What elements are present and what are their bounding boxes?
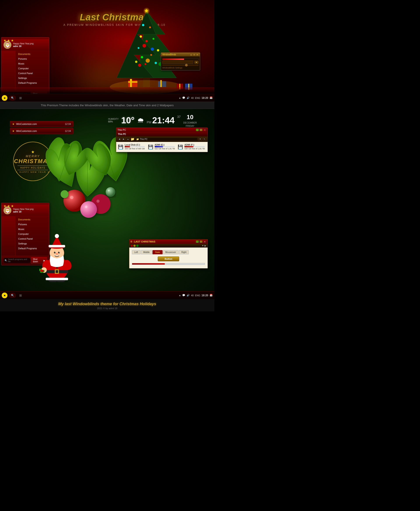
lc-title-text: 0 - LAST CHRISTMAS — [131, 240, 155, 243]
svg-point-54 — [55, 252, 56, 252]
date-weekday: FRIDAY — [183, 124, 197, 127]
tray-arrow-icon-2[interactable]: ▲ — [179, 294, 181, 296]
menu-item-controlpanel[interactable]: Control Panel — [15, 71, 49, 76]
lc-next-button[interactable]: ▶ — [204, 244, 206, 247]
date-month: DECEMBER — [183, 121, 197, 124]
lc-tab-state[interactable]: State — [152, 250, 162, 254]
mini-input[interactable] — [162, 61, 193, 64]
date-display: 10 DECEMBER FRIDAY — [183, 113, 197, 127]
nav-forward-button[interactable]: ▶ — [122, 137, 125, 141]
menu-item-settings[interactable]: Settings — [15, 76, 49, 81]
sm2-item-music[interactable]: Music — [15, 227, 49, 231]
disk-e-icon: 💾 — [148, 144, 153, 149]
taskbar-search-icon-2: 🔍 — [11, 294, 14, 297]
mini-win-min[interactable]: _ — [190, 54, 193, 56]
lc-tab-middle[interactable]: Middle — [141, 250, 152, 254]
folder-icon: 📁 — [131, 137, 134, 141]
svg-point-17 — [142, 44, 146, 48]
caption-main: My last Windowblinds theme for Christmas… — [0, 302, 214, 306]
disk-c-row: 💾 Local Disk (C:) 344 GB free of 465 GB — [118, 144, 146, 150]
this-pc-toolbar: ◀ ▶ ▲ 📁 📁 This PC ▼ ↻ — [116, 136, 208, 142]
tray-calendar-icon[interactable]: 📅 — [210, 96, 213, 99]
sm2-user-name: adm 18 — [13, 210, 33, 213]
lc-close-button[interactable]: × — [203, 240, 206, 243]
start-button-2[interactable]: ★ — [2, 293, 8, 298]
disk-e-row: 💾 ADMI (E:) 532 GB free of 1,81 TB — [148, 144, 176, 150]
lc-max-button[interactable]: □ — [200, 240, 202, 243]
menu-item-defaultprograms[interactable]: Default Programs — [15, 81, 49, 85]
mini-win-max[interactable]: □ — [193, 54, 195, 56]
menu-item-computer[interactable]: Computer — [15, 66, 49, 71]
disk-c-name: Local Disk (C:) — [125, 144, 145, 146]
svg-rect-44 — [56, 270, 58, 273]
windows-icon: ⊞ — [19, 96, 22, 100]
lc-tab-left[interactable]: Left — [132, 250, 140, 254]
start-button[interactable]: ★ — [2, 95, 8, 101]
mini-window: WindowBlinds _ □ × ▼ WindowBlinds Settin… — [161, 52, 200, 70]
nav-back-button[interactable]: ◀ — [118, 137, 121, 141]
mini-window-body: ▼ WindowBlinds Settings — [161, 56, 200, 70]
nav-up-button[interactable]: ▲ — [126, 137, 130, 141]
taskbar-search-2[interactable]: 🔍 — [9, 293, 16, 298]
svg-point-11 — [150, 54, 152, 56]
menu-item-pictures[interactable]: Pictures — [15, 56, 49, 61]
this-pc-inner-title: This PC — [118, 133, 126, 135]
svg-point-38 — [106, 187, 115, 197]
disk-c-icon: 💾 — [118, 144, 123, 149]
menu-item-documents[interactable]: Documents — [15, 52, 49, 56]
last-christmas-window: 0 - LAST CHRISTMAS _ □ × ▼ ▶ Left Middle… — [129, 239, 208, 268]
taskbar-entry-1[interactable]: ★ WinCustomize.com 12:34 — [10, 121, 73, 127]
lc-dot-green[interactable] — [136, 245, 138, 247]
tray-arrow-icon[interactable]: ▲ — [179, 97, 181, 99]
tray-speaker-icon[interactable]: 🔊 — [187, 96, 190, 99]
tray-time-2: 18:20 — [202, 294, 208, 297]
mini-label: WindowBlinds Settings — [162, 67, 199, 69]
svg-point-13 — [155, 62, 157, 64]
mini-slider[interactable] — [162, 65, 199, 66]
taskbar-windows-2[interactable]: ⊞ — [17, 293, 24, 298]
refresh-button[interactable]: ↻ — [203, 137, 206, 141]
this-pc-close-button[interactable]: × — [203, 129, 206, 131]
humidity-value: 68% — [108, 120, 119, 123]
taskbar-windows-button[interactable]: ⊞ — [17, 96, 24, 100]
this-pc-body: 💾 Local Disk (C:) 344 GB free of 465 GB — [116, 142, 208, 152]
taskbar-2: ★ 🔍 ⊞ ▲ 💬 🔊 40 ENG 18:20 📅 — [0, 291, 214, 299]
green-section: HUMIDITY 68% 10° 🌧 PM 21:44 37 10 DECEMB… — [0, 109, 214, 299]
santa-character — [39, 234, 74, 286]
tray-time: 18:20 — [202, 96, 208, 99]
lc-dot-yellow[interactable] — [134, 245, 136, 247]
mini-win-close[interactable]: × — [196, 54, 199, 56]
tray-signal-icon: 40 — [191, 97, 194, 99]
lc-tab-mouseover[interactable]: Mouseover — [163, 250, 179, 254]
this-pc-max-button[interactable]: □ — [200, 129, 202, 131]
tray-calendar-icon-2[interactable]: 📅 — [210, 294, 213, 297]
star-2: ★ — [7, 39, 10, 42]
date-day: 10 — [183, 113, 197, 121]
sm2-item-documents[interactable]: Documents — [15, 217, 49, 222]
svg-rect-51 — [49, 245, 65, 247]
lc-toolbar: ▼ ▶ — [129, 244, 208, 247]
lc-min-button[interactable]: _ — [196, 240, 199, 243]
menu-items-container: Documents Pictures Music Computer Contro… — [1, 51, 49, 90]
start-icon-2: ★ — [3, 294, 6, 297]
search-button[interactable]: ▼ — [198, 137, 202, 141]
lc-dropdown[interactable]: ▼ — [202, 244, 204, 247]
lc-tab-right[interactable]: Right — [179, 250, 189, 254]
tray-chat-icon-2: 💬 — [182, 294, 185, 297]
mini-btn[interactable]: ▼ — [194, 61, 199, 64]
taskbar-search-button[interactable]: 🔍 — [9, 96, 16, 100]
sm2-item-pictures[interactable]: Pictures — [15, 222, 49, 227]
lc-dot-red[interactable] — [131, 245, 133, 247]
sm2-star-2: ★ — [7, 204, 10, 208]
address-bar[interactable]: 📁 This PC — [135, 138, 197, 141]
tray-speaker-icon-2[interactable]: 🔊 — [187, 294, 190, 297]
svg-point-12 — [141, 56, 143, 58]
sm2-search-box[interactable]: 🔍 Search programs and file — [3, 258, 31, 263]
santa-svg — [39, 234, 74, 282]
svg-point-56 — [56, 253, 58, 255]
sm2-stars-container: ★ ★ ★ — [1, 203, 49, 205]
this-pc-min-button[interactable]: _ — [196, 129, 199, 131]
menu-item-music[interactable]: Music — [15, 61, 49, 66]
disk-e: 💾 ADMI (E:) 532 GB free of 1,81 TB — [148, 144, 176, 150]
lc-button[interactable]: Button — [158, 257, 179, 261]
